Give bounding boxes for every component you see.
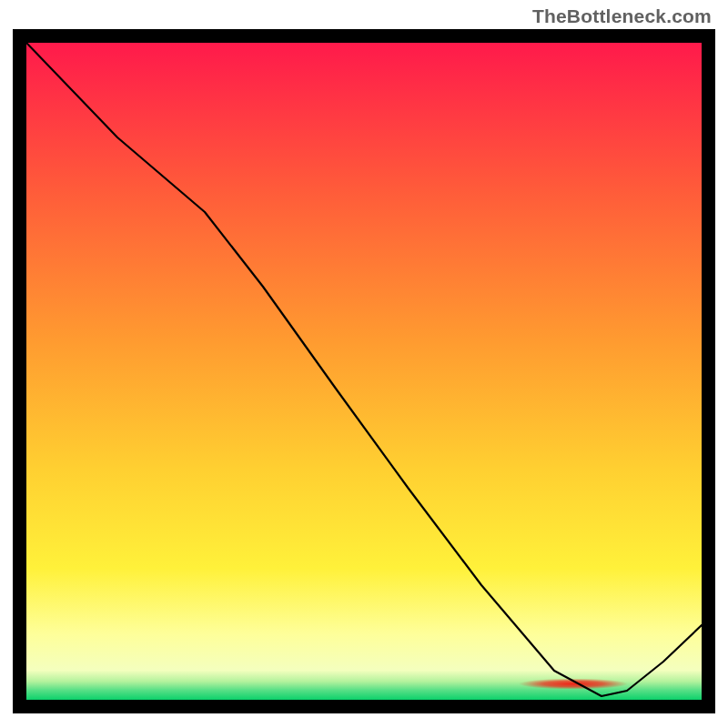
curve-line [26, 43, 702, 696]
line-layer [26, 43, 702, 700]
chart-frame [13, 29, 715, 713]
chart-stage: TheBottleneck.com [0, 0, 728, 728]
plot-area [26, 43, 702, 700]
watermark-text: TheBottleneck.com [532, 5, 712, 27]
